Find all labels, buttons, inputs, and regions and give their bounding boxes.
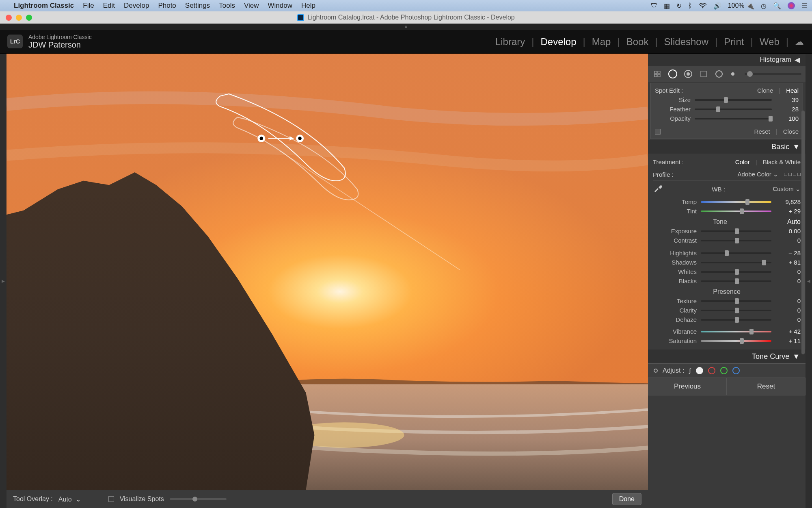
spot-close-button[interactable]: Close bbox=[783, 128, 799, 135]
menu-photo[interactable]: Photo bbox=[158, 2, 176, 10]
curve-red-icon[interactable] bbox=[708, 367, 715, 374]
clarity-value[interactable]: 0 bbox=[775, 307, 801, 314]
status-bluetooth-icon[interactable]: ᛒ bbox=[688, 2, 692, 9]
module-develop[interactable]: Develop bbox=[540, 36, 576, 48]
highlights-slider[interactable] bbox=[701, 252, 771, 254]
radial-filter-tool-icon[interactable] bbox=[714, 69, 724, 79]
reset-button[interactable]: Reset bbox=[727, 378, 806, 395]
left-panel-expand[interactable]: ▶ bbox=[0, 54, 6, 508]
menu-develop[interactable]: Develop bbox=[124, 2, 149, 10]
spot-clone-button[interactable]: Clone bbox=[757, 87, 773, 94]
tat-icon[interactable] bbox=[654, 369, 658, 373]
develop-canvas[interactable] bbox=[6, 54, 648, 490]
texture-slider[interactable] bbox=[701, 300, 771, 302]
spot-opacity-value[interactable]: 100 bbox=[776, 115, 799, 122]
right-panel-collapse[interactable]: ◀ bbox=[806, 54, 812, 508]
tint-slider[interactable] bbox=[701, 211, 771, 212]
clarity-slider[interactable] bbox=[701, 310, 771, 311]
menu-settings[interactable]: Settings bbox=[185, 2, 210, 10]
menu-help[interactable]: Help bbox=[301, 2, 315, 10]
curve-parametric-icon[interactable]: ∫ bbox=[689, 367, 691, 374]
curve-rgb-icon[interactable] bbox=[696, 367, 703, 374]
treatment-bw-button[interactable]: Black & White bbox=[763, 158, 801, 165]
saturation-value[interactable]: + 11 bbox=[775, 337, 801, 344]
graduated-filter-tool-icon[interactable] bbox=[698, 69, 709, 79]
shadows-slider[interactable] bbox=[701, 262, 771, 263]
tone-curve-panel-header[interactable]: Tone Curve▼ bbox=[648, 350, 806, 363]
treatment-color-button[interactable]: Color bbox=[735, 158, 750, 165]
blacks-slider[interactable] bbox=[701, 280, 771, 282]
menu-edit[interactable]: Edit bbox=[103, 2, 115, 10]
done-button[interactable]: Done bbox=[612, 493, 641, 505]
texture-value[interactable]: 0 bbox=[775, 297, 801, 304]
spot-toggle-switch[interactable] bbox=[655, 129, 661, 135]
status-wifi-icon[interactable] bbox=[699, 3, 707, 9]
spot-size-value[interactable]: 39 bbox=[776, 96, 799, 103]
status-volume-icon[interactable]: 🔊 bbox=[713, 2, 721, 10]
contrast-slider[interactable] bbox=[701, 240, 771, 241]
spot-opacity-slider[interactable] bbox=[695, 118, 772, 119]
profile-browser-icon[interactable] bbox=[784, 173, 801, 176]
exposure-slider[interactable] bbox=[701, 230, 771, 232]
status-shield-icon[interactable]: 🛡 bbox=[651, 2, 657, 9]
right-panel-scrollbar[interactable] bbox=[801, 111, 805, 354]
exposure-value[interactable]: 0.00 bbox=[775, 228, 801, 234]
window-minimize-button[interactable] bbox=[16, 15, 22, 21]
menu-window[interactable]: Window bbox=[268, 2, 292, 10]
visualize-spots-checkbox[interactable] bbox=[108, 496, 114, 502]
window-zoom-button[interactable] bbox=[26, 15, 32, 21]
menu-file[interactable]: File bbox=[83, 2, 94, 10]
temp-slider[interactable] bbox=[701, 201, 771, 203]
shadows-value[interactable]: + 81 bbox=[775, 259, 801, 266]
contrast-value[interactable]: 0 bbox=[775, 237, 801, 244]
basic-panel-header[interactable]: Basic▼ bbox=[648, 140, 806, 154]
status-clock-icon[interactable]: ◷ bbox=[761, 2, 767, 10]
status-spotlight-icon[interactable]: 🔍 bbox=[773, 2, 781, 10]
histogram-panel-header[interactable]: Histogram◀ bbox=[648, 54, 806, 66]
tint-value[interactable]: + 29 bbox=[775, 208, 801, 215]
curve-green-icon[interactable] bbox=[720, 367, 728, 374]
dehaze-slider[interactable] bbox=[701, 319, 771, 321]
status-battery[interactable]: 100% 🔌 bbox=[728, 2, 754, 10]
spot-reset-button[interactable]: Reset bbox=[754, 128, 770, 135]
previous-button[interactable]: Previous bbox=[648, 378, 727, 395]
spot-heal-button[interactable]: Heal bbox=[786, 87, 799, 94]
menubar-app-name[interactable]: Lightroom Classic bbox=[14, 2, 74, 10]
module-book[interactable]: Book bbox=[626, 36, 649, 48]
status-cc-icon[interactable]: ▦ bbox=[664, 2, 670, 10]
auto-tone-button[interactable]: Auto bbox=[787, 218, 801, 226]
temp-value[interactable]: 9,828 bbox=[775, 198, 801, 205]
menu-tools[interactable]: Tools bbox=[219, 2, 235, 10]
status-control-center-icon[interactable]: ☰ bbox=[801, 2, 807, 10]
whites-value[interactable]: 0 bbox=[775, 268, 801, 275]
menu-view[interactable]: View bbox=[244, 2, 259, 10]
dehaze-value[interactable]: 0 bbox=[775, 316, 801, 323]
status-siri-icon[interactable] bbox=[788, 2, 795, 9]
spot-feather-slider[interactable] bbox=[695, 109, 772, 110]
status-timemachine-icon[interactable]: ↻ bbox=[676, 2, 682, 10]
brush-range-slider[interactable] bbox=[745, 73, 801, 75]
top-panel-collapse[interactable]: ▲ bbox=[0, 24, 812, 30]
tool-overlay-dropdown[interactable]: Auto ⌄ bbox=[58, 495, 81, 503]
wb-eyedropper-icon[interactable] bbox=[653, 183, 664, 195]
spot-size-slider[interactable] bbox=[695, 99, 772, 101]
vibrance-slider[interactable] bbox=[701, 331, 771, 332]
module-library[interactable]: Library bbox=[495, 36, 525, 48]
cloud-sync-icon[interactable]: ☁ bbox=[795, 37, 804, 47]
module-web[interactable]: Web bbox=[760, 36, 780, 48]
curve-blue-icon[interactable] bbox=[732, 367, 740, 374]
window-close-button[interactable] bbox=[6, 15, 12, 21]
visualize-spots-slider[interactable] bbox=[170, 498, 227, 500]
redeye-tool-icon[interactable] bbox=[683, 69, 693, 79]
module-print[interactable]: Print bbox=[724, 36, 744, 48]
module-map[interactable]: Map bbox=[592, 36, 611, 48]
spot-removal-tool-icon[interactable] bbox=[667, 69, 678, 79]
highlights-value[interactable]: – 28 bbox=[775, 250, 801, 256]
brush-tool-icon[interactable] bbox=[729, 69, 740, 79]
saturation-slider[interactable] bbox=[701, 340, 771, 342]
vibrance-value[interactable]: + 42 bbox=[775, 328, 801, 335]
module-slideshow[interactable]: Slideshow bbox=[664, 36, 708, 48]
wb-dropdown[interactable]: Custom ⌄ bbox=[773, 185, 801, 193]
crop-tool-icon[interactable] bbox=[652, 69, 663, 79]
whites-slider[interactable] bbox=[701, 271, 771, 273]
